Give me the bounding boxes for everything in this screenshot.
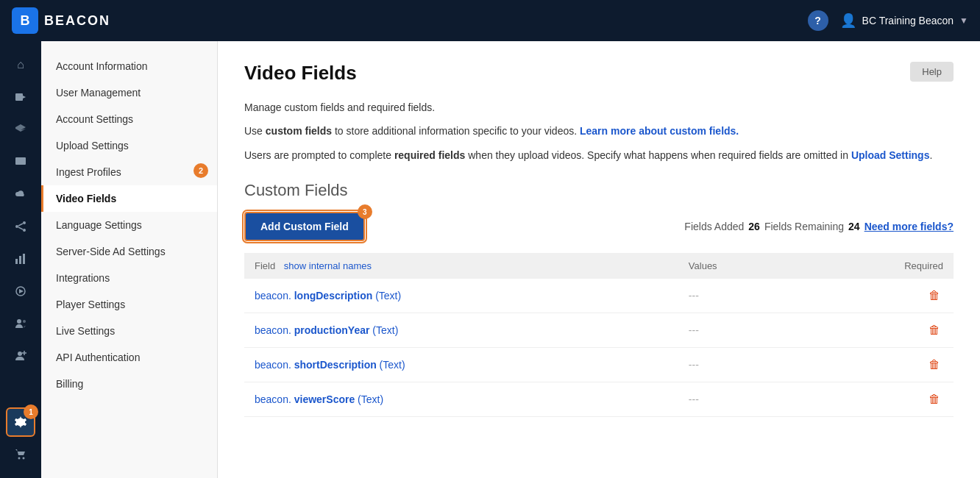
need-more-fields-link[interactable]: Need more fields? [864, 221, 954, 232]
description-custom-fields: Use custom fields to store additional in… [244, 123, 954, 139]
table-row: beacon. longDescription (Text) --- 🗑 [244, 279, 954, 313]
delete-button[interactable]: 🗑 [926, 391, 943, 407]
logo-box: B [12, 7, 38, 34]
fields-added-count: 26 [748, 221, 760, 232]
svg-point-17 [23, 457, 25, 460]
field-cell: beacon. productionYear (Text) [244, 313, 678, 348]
field-cell: beacon. longDescription (Text) [244, 279, 678, 313]
svg-point-16 [18, 457, 21, 460]
sidebar-icon-users[interactable] [6, 309, 35, 338]
required-cell: 🗑 [803, 382, 954, 417]
sidebar-icon-cloud[interactable] [6, 179, 35, 209]
sidebar-icon-video[interactable] [6, 82, 35, 112]
svg-line-7 [18, 227, 23, 229]
sidebar-item-video-fields[interactable]: Video Fields [41, 185, 217, 212]
svg-point-15 [18, 352, 22, 356]
badge-ingest-profiles: 2 [193, 163, 208, 178]
svg-line-6 [18, 224, 23, 226]
custom-fields-section-title: Custom Fields [244, 181, 954, 200]
sidebar-icon-player[interactable] [6, 277, 35, 306]
description-period: . [929, 149, 932, 161]
fields-stats: Fields Added 26 Fields Remaining 24 Need… [684, 221, 954, 232]
actions-row: Add Custom Field 3 Fields Added 26 Field… [244, 212, 954, 241]
required-fields-bold: required fields [394, 149, 465, 161]
sidebar-item-user-management[interactable]: User Management [41, 79, 217, 106]
badge-1: 1 [24, 404, 38, 419]
field-cell: beacon. viewerScore (Text) [244, 382, 678, 417]
svg-rect-8 [15, 259, 18, 264]
sidebar-item-billing[interactable]: Billing [41, 371, 217, 397]
badge-3: 3 [358, 204, 372, 219]
delete-button[interactable]: 🗑 [926, 288, 943, 304]
sidebar-icon-tv[interactable] [6, 147, 35, 176]
sidebar-icon-chart[interactable] [6, 244, 35, 274]
learn-more-link[interactable]: Learn more about custom fields. [580, 125, 739, 137]
description-manage: Manage custom fields and required fields… [244, 99, 954, 115]
fields-remaining-count: 24 [848, 221, 860, 232]
help-button[interactable]: ? [808, 10, 828, 31]
fields-added-label: Fields Added [684, 221, 744, 232]
table-row: beacon. productionYear (Text) --- 🗑 [244, 313, 954, 348]
add-custom-field-button[interactable]: Add Custom Field [244, 212, 365, 241]
text-sidebar: Account Information User Management Acco… [41, 41, 218, 478]
values-cell: --- [678, 313, 803, 348]
svg-rect-10 [23, 254, 25, 264]
sidebar-item-integrations[interactable]: Integrations [41, 265, 217, 291]
field-cell: beacon. shortDescription (Text) [244, 348, 678, 382]
fields-remaining-label: Fields Remaining [764, 221, 844, 232]
svg-point-3 [23, 221, 26, 224]
top-nav: B BEACON ? 👤 BC Training Beacon ▼ [0, 0, 980, 41]
custom-fields-bold: custom fields [266, 125, 332, 137]
col-required: Required [803, 253, 954, 279]
values-cell: --- [678, 382, 803, 417]
sidebar-item-server-side-ad-settings[interactable]: Server-Side Ad Settings [41, 238, 217, 265]
svg-rect-0 [15, 93, 23, 101]
sidebar-icon-cart[interactable] [6, 440, 35, 469]
logo-area: B BEACON [12, 7, 110, 34]
show-internal-names-link[interactable]: show internal names [284, 260, 372, 271]
col-values: Values [678, 253, 803, 279]
sidebar-icon-user-plus[interactable] [6, 341, 35, 371]
help-button[interactable]: Help [910, 62, 954, 82]
sidebar-item-account-information[interactable]: Account Information [41, 53, 217, 79]
sidebar-item-live-settings[interactable]: Live Settings [41, 318, 217, 344]
field-link-shortDescription[interactable]: beacon. shortDescription (Text) [255, 359, 405, 371]
sidebar-item-upload-settings[interactable]: Upload Settings [41, 132, 217, 159]
required-cell: 🗑 [803, 348, 954, 382]
sidebar-item-ingest-profiles[interactable]: Ingest Profiles [41, 159, 217, 185]
field-link-productionYear[interactable]: beacon. productionYear (Text) [255, 324, 398, 336]
logo-text: BEACON [44, 13, 110, 29]
svg-point-5 [23, 229, 26, 232]
required-cell: 🗑 [803, 279, 954, 313]
sidebar-icon-layers[interactable] [6, 115, 35, 144]
field-link-viewerScore[interactable]: beacon. viewerScore (Text) [255, 393, 383, 405]
svg-marker-1 [23, 96, 26, 99]
table-body: beacon. longDescription (Text) --- 🗑 bea… [244, 279, 954, 417]
sidebar-item-language-settings[interactable]: Language Settings [41, 212, 217, 238]
svg-rect-2 [15, 157, 26, 165]
values-cell: --- [678, 279, 803, 313]
delete-button[interactable]: 🗑 [926, 322, 943, 338]
upload-settings-link[interactable]: Upload Settings [851, 149, 930, 161]
sidebar-item-api-authentication[interactable]: API Authentication [41, 344, 217, 371]
sidebar-icon-settings[interactable]: 1 [6, 407, 35, 437]
svg-point-14 [23, 320, 26, 323]
user-menu[interactable]: 👤 BC Training Beacon ▼ [840, 13, 968, 29]
main-content: Video Fields Help Manage custom fields a… [218, 41, 980, 478]
svg-point-4 [15, 225, 18, 228]
table-header: Field show internal names Values Require… [244, 253, 954, 279]
table-row: beacon. shortDescription (Text) --- 🗑 [244, 348, 954, 382]
svg-rect-9 [19, 256, 21, 264]
col-field: Field show internal names [244, 253, 678, 279]
values-cell: --- [678, 348, 803, 382]
main-layout: ⌂ 1 [0, 41, 980, 478]
sidebar-icon-home[interactable]: ⌂ [6, 50, 35, 79]
sidebar-icon-share[interactable] [6, 212, 35, 241]
description-required-fields: Users are prompted to complete required … [244, 147, 954, 163]
sidebar-item-account-settings[interactable]: Account Settings [41, 106, 217, 132]
chevron-down-icon: ▼ [959, 15, 968, 26]
delete-button[interactable]: 🗑 [926, 357, 943, 373]
sidebar-item-player-settings[interactable]: Player Settings [41, 291, 217, 318]
field-link-longDescription[interactable]: beacon. longDescription (Text) [255, 290, 401, 302]
table-row: beacon. viewerScore (Text) --- 🗑 [244, 382, 954, 417]
